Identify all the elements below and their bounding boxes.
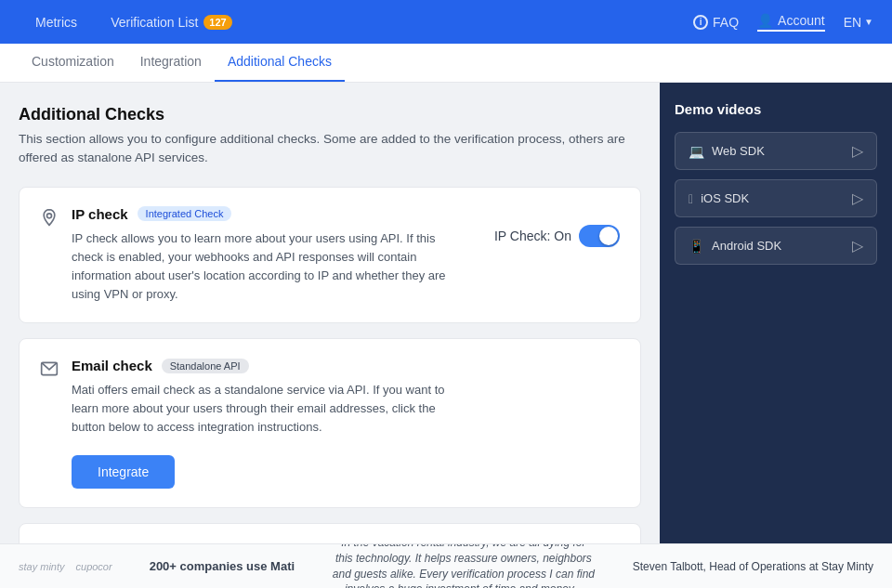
play-icon-android: ▷: [852, 237, 863, 255]
android-icon: 📱: [689, 239, 704, 254]
sidebar: Demo videos 💻 Web SDK ▷  iOS SDK ▷ 📱 A: [660, 83, 892, 543]
logo-cupocor: cupocor: [76, 561, 112, 572]
ip-check-desc: IP check allows you to learn more about …: [72, 229, 462, 305]
web-sdk-item[interactable]: 💻 Web SDK ▷: [675, 132, 877, 170]
ip-check-body: IP check Integrated Check IP check allow…: [72, 206, 620, 305]
bottom-logos: stay minty cupocor: [19, 561, 112, 572]
integrated-badge: Integrated Check: [138, 206, 232, 221]
language-selector[interactable]: EN ▼: [844, 15, 873, 30]
nav-verification-list[interactable]: Verification List 127: [94, 0, 249, 44]
email-icon: [40, 359, 59, 378]
header-right: i FAQ 👤 Account EN ▼: [693, 13, 873, 32]
person-icon: 👤: [757, 13, 773, 28]
sidebar-title: Demo videos: [675, 101, 877, 117]
ip-check-row: IP check Integrated Check IP check allow…: [72, 206, 620, 305]
ios-sdk-left:  iOS SDK: [689, 191, 749, 206]
company-count: 200+ companies use Mati: [150, 559, 295, 573]
tab-integration[interactable]: Integration: [127, 43, 215, 82]
android-sdk-item[interactable]: 📱 Android SDK ▷: [675, 227, 877, 265]
section-title: Additional Checks: [19, 105, 641, 124]
svg-point-0: [47, 213, 52, 217]
email-check-card: Email check Standalone API Mati offers e…: [19, 338, 641, 508]
app-layout: Metrics Verification List 127 i FAQ 👤 Ac…: [0, 0, 892, 588]
email-check-desc: Mati offers email check as a standalone …: [72, 381, 462, 437]
play-icon-web: ▷: [852, 142, 863, 160]
tab-additional-checks[interactable]: Additional Checks: [215, 43, 345, 82]
integrate-email-button[interactable]: Integrate: [72, 455, 175, 489]
monitor-icon: 💻: [689, 144, 704, 159]
nav-metrics[interactable]: Metrics: [19, 0, 94, 44]
ip-toggle-section: IP Check: On: [494, 225, 620, 247]
content-area: Additional Checks This section allows yo…: [0, 83, 660, 543]
apple-icon: : [689, 191, 693, 206]
account-link[interactable]: 👤 Account: [757, 13, 825, 32]
ip-check-content: IP check Integrated Check IP check allow…: [72, 206, 462, 305]
bottom-author: Steven Talbott, Head of Operations at St…: [633, 560, 873, 573]
info-icon: i: [693, 15, 708, 30]
comply-check-card: Comply Advantage Watchlists Standalone A…: [19, 523, 641, 543]
header-nav: Metrics Verification List 127: [19, 0, 249, 44]
ip-check-header: IP check Integrated Check: [72, 206, 462, 222]
web-sdk-left: 💻 Web SDK: [689, 144, 765, 159]
ios-sdk-item[interactable]:  iOS SDK ▷: [675, 179, 877, 217]
standalone-badge-email: Standalone API: [162, 359, 249, 373]
main-content: Additional Checks This section allows yo…: [0, 83, 892, 543]
android-sdk-left: 📱 Android SDK: [689, 239, 781, 254]
ip-check-card: IP check Integrated Check IP check allow…: [19, 187, 641, 324]
tab-bar: Customization Integration Additional Che…: [0, 44, 892, 83]
play-icon-ios: ▷: [852, 189, 863, 207]
ip-toggle-label: IP Check: On: [494, 229, 571, 243]
section-description: This section allows you to configure add…: [19, 130, 641, 168]
faq-link[interactable]: i FAQ: [693, 15, 739, 30]
email-check-header: Email check Standalone API: [72, 358, 620, 373]
logo-stayminty: stay minty: [19, 561, 65, 572]
email-check-body: Email check Standalone API Mati offers e…: [72, 358, 620, 489]
ip-check-toggle[interactable]: [579, 225, 620, 247]
email-check-action: Integrate: [72, 444, 620, 489]
bottom-bar: stay minty cupocor 200+ companies use Ma…: [0, 543, 892, 588]
tab-customization[interactable]: Customization: [19, 43, 127, 82]
verification-badge: 127: [203, 15, 231, 30]
bottom-quote: In the vacation rental industry, we are …: [332, 543, 596, 588]
location-icon: [40, 208, 59, 227]
header: Metrics Verification List 127 i FAQ 👤 Ac…: [0, 0, 892, 44]
chevron-down-icon: ▼: [864, 17, 873, 27]
